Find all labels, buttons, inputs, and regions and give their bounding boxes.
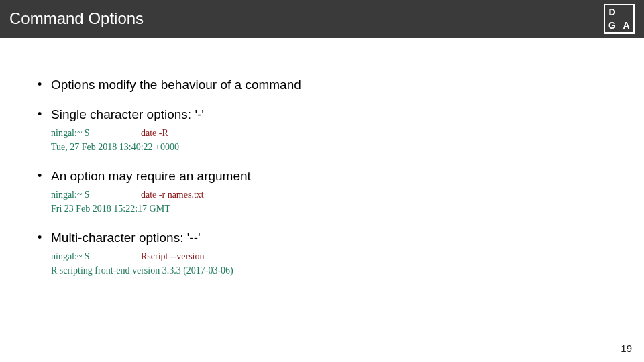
bullet-list: Options modify the behaviour of a comman… (35, 78, 617, 278)
logo-box: D – G A (604, 4, 635, 34)
terminal-prompt: ningal:~ $ (51, 188, 141, 202)
list-item: An option may require an argument ningal… (35, 169, 617, 216)
logo-cell-tr: – (619, 5, 633, 19)
list-item: Single character options: '-' ningal:~ $… (35, 107, 617, 154)
terminal-block: ningal:~ $ Rscript --version R scripting… (51, 249, 617, 278)
terminal-block: ningal:~ $ date -r names.txt Fri 23 Feb … (51, 188, 617, 216)
logo-cell-bl: G (605, 19, 619, 32)
terminal-prompt: ningal:~ $ (51, 126, 141, 140)
slide-title: Command Options (9, 9, 144, 28)
title-bar: Command Options D – G A (0, 0, 644, 38)
terminal-output: R scripting front-end version 3.3.3 (201… (51, 263, 617, 278)
page-number: 19 (621, 343, 632, 354)
terminal-command: Rscript --version (141, 249, 204, 263)
logo-cell-br: A (619, 19, 633, 32)
terminal-command: date -r names.txt (141, 188, 204, 202)
terminal-line: ningal:~ $ Rscript --version (51, 249, 617, 263)
terminal-block: ningal:~ $ date -R Tue, 27 Feb 2018 13:4… (51, 126, 617, 154)
terminal-output: Tue, 27 Feb 2018 13:40:22 +0000 (51, 140, 617, 154)
bullet-text: Single character options: '-' (51, 107, 204, 121)
bullet-text: An option may require an argument (51, 169, 251, 183)
bullet-text: Multi-character options: '--' (51, 231, 201, 245)
terminal-command: date -R (141, 126, 168, 140)
content-area: Options modify the behaviour of a comman… (0, 38, 644, 278)
terminal-line: ningal:~ $ date -R (51, 126, 617, 140)
list-item: Multi-character options: '--' ningal:~ $… (35, 231, 617, 278)
terminal-line: ningal:~ $ date -r names.txt (51, 188, 617, 202)
bullet-text: Options modify the behaviour of a comman… (51, 78, 301, 92)
logo-cell-tl: D (605, 5, 619, 19)
terminal-output: Fri 23 Feb 2018 15:22:17 GMT (51, 202, 617, 216)
logo: D – G A (604, 4, 635, 34)
list-item: Options modify the behaviour of a comman… (35, 78, 617, 93)
terminal-prompt: ningal:~ $ (51, 249, 141, 263)
